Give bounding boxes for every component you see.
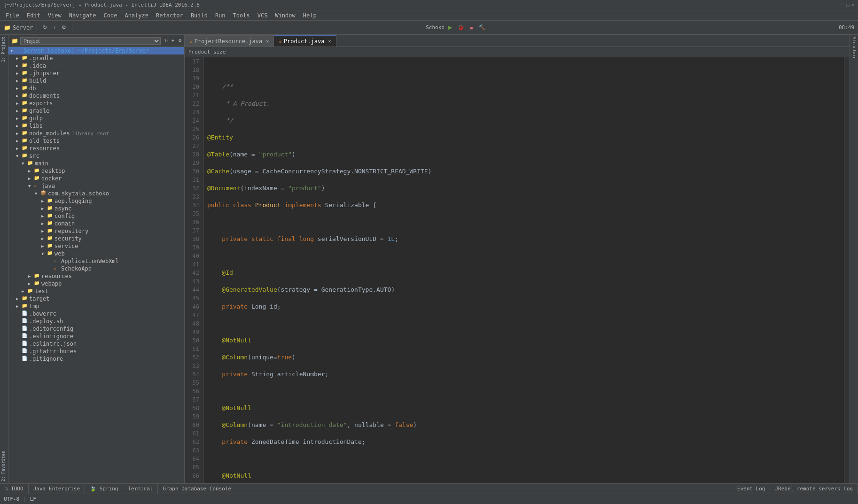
toolbar-debug-btn[interactable]: 🐞 (456, 23, 466, 31)
menu-vcs[interactable]: VCS (254, 10, 272, 21)
menu-help[interactable]: Help (299, 10, 320, 21)
code-content[interactable]: /** * A Product. */ @Entity @Table(name … (203, 57, 844, 483)
menu-build[interactable]: Build (187, 10, 211, 21)
tree-item-gradle[interactable]: ▶ 📁 .gradle (8, 54, 184, 62)
bottom-tab-todo[interactable]: ☑ TODO (0, 484, 29, 494)
tree-item-gitattributes[interactable]: 📄 .gitattributes (8, 348, 184, 355)
root-folder-icon: 🖥 (16, 47, 23, 54)
bowerrc-icon: 📄 (22, 310, 28, 317)
tree-item-db[interactable]: ▶ 📁 db (8, 85, 184, 92)
tree-item-package[interactable]: ▼ 📦 com.skytala.schoko (8, 190, 184, 197)
menu-code[interactable]: Code (100, 10, 121, 21)
tree-item-schokoapp[interactable]: ☕ SchokoApp (8, 265, 184, 272)
tree-item-java[interactable]: ▼ ☕ java (8, 182, 184, 190)
tree-item-main[interactable]: ▼ 📁 main (8, 160, 184, 167)
tree-item-libs[interactable]: ▶ 📁 libs (8, 122, 184, 130)
tab-java-icon-2: ☕ (279, 38, 282, 44)
eslintignore-label: .eslintignore (29, 333, 73, 340)
tab-project-resource[interactable]: ☕ ProjectResource.java ✕ (185, 35, 274, 47)
tree-item-web[interactable]: ▼ 📁 web (8, 250, 184, 257)
tree-item-idea[interactable]: ▶ 📁 .idea (8, 62, 184, 70)
tree-item-test[interactable]: ▶ 📁 test (8, 287, 184, 295)
tree-item-old-tests[interactable]: ▶ 📁 old_tests (8, 137, 184, 145)
tree-item-node-modules[interactable]: ▶ 📁 node_modules library root (8, 130, 184, 137)
ln-59: 59 (188, 412, 199, 421)
tree-item-resources2[interactable]: ▶ 📁 resources (8, 272, 184, 280)
tree-item-config[interactable]: ▶ 📁 config (8, 212, 184, 220)
bottom-tab-terminal[interactable]: Terminal (123, 484, 158, 494)
tree-item-gulp[interactable]: ▶ 📁 gulp (8, 115, 184, 122)
tree-item-eslintrc[interactable]: 📄 .eslintrc.json (8, 340, 184, 348)
menu-tools[interactable]: Tools (229, 10, 254, 21)
bottom-tab-jrebel[interactable]: JRebel remote servers log (770, 484, 858, 494)
tree-item-bowerrc[interactable]: 📄 .bowerrc (8, 310, 184, 318)
vtab-right-1[interactable]: Structure (851, 35, 858, 62)
tree-item-build[interactable]: ▶ 📁 build (8, 77, 184, 85)
ln-37: 37 (188, 226, 199, 235)
toolbar-settings-btn[interactable]: ⚙ (60, 23, 68, 31)
tree-item-service[interactable]: ▶ 📁 service (8, 242, 184, 250)
tree-item-src[interactable]: ▼ 📁 src (8, 152, 184, 160)
tab-close-1[interactable]: ✕ (266, 39, 269, 44)
menu-run[interactable]: Run (211, 10, 229, 21)
add-icon[interactable]: + (172, 38, 175, 44)
vtab-project[interactable]: 1: Project (0, 35, 8, 64)
tree-item-exports[interactable]: ▶ 📁 exports (8, 100, 184, 107)
tree-root[interactable]: ▼ 🖥 Server [schoko] ~/Projects/Erp/Serve… (8, 47, 184, 54)
tree-item-aop[interactable]: ▶ 📁 aop.logging (8, 197, 184, 205)
bottom-tab-graph-db[interactable]: Graph Database Console (158, 484, 236, 494)
vtab-favorites[interactable]: 2: Favorites (0, 449, 8, 483)
settings-icon[interactable]: ⚙ (178, 38, 181, 44)
code-editor[interactable]: 17 18 19 20 21 22 23 24 25 26 27 28 29 3… (185, 57, 850, 483)
tree-item-domain[interactable]: ▶ 📁 domain (8, 220, 184, 227)
bottom-tab-spring[interactable]: 🍃 Spring (85, 484, 123, 494)
menu-view[interactable]: View (44, 10, 65, 21)
toolbar-stop-btn[interactable]: ■ (468, 24, 475, 31)
toolbar-sync-btn[interactable]: ↻ (41, 23, 49, 31)
tree-item-async[interactable]: ▶ 📁 async (8, 205, 184, 212)
code-36 (207, 387, 844, 395)
tree-item-appwebxml[interactable]: ☕ ApplicationWebXml (8, 257, 184, 265)
menu-analyze[interactable]: Analyze (121, 10, 152, 21)
toolbar-build-btn[interactable]: 🔨 (477, 23, 487, 31)
menu-file[interactable]: File (2, 10, 23, 21)
project-selector[interactable]: Project (20, 37, 161, 45)
menu-edit[interactable]: Edit (23, 10, 44, 21)
tab-close-2[interactable]: ✕ (328, 39, 331, 44)
tree-item-tmp[interactable]: ▶ 📁 tmp (8, 302, 184, 310)
menu-navigate[interactable]: Navigate (65, 10, 100, 21)
tree-item-editorconfig[interactable]: 📄 .editorconfig (8, 325, 184, 333)
tree-item-gradle2[interactable]: ▶ 📁 gradle (8, 107, 184, 115)
code-34: @Column(unique=true) (207, 353, 844, 362)
bottom-tab-event-log[interactable]: Event Log (733, 484, 771, 494)
tree-item-documents[interactable]: ▶ 📁 documents (8, 92, 184, 100)
ln-47: 47 (188, 311, 199, 319)
toolbar-add-btn[interactable]: + (51, 24, 57, 31)
line-numbers: 17 18 19 20 21 22 23 24 25 26 27 28 29 3… (185, 57, 203, 483)
sync-icon[interactable]: ↻ (164, 38, 168, 44)
tree-item-repository[interactable]: ▶ 📁 repository (8, 227, 184, 235)
tab-product[interactable]: ☕ Product.java ✕ (274, 35, 336, 47)
menu-refactor[interactable]: Refactor (152, 10, 187, 21)
tree-item-eslintignore[interactable]: 📄 .eslintignore (8, 333, 184, 340)
resources-folder-icon: 📁 (22, 145, 28, 152)
tree-item-desktop[interactable]: ▶ 📁 desktop (8, 167, 184, 175)
tree-item-resources[interactable]: ▶ 📁 resources (8, 145, 184, 152)
ln-58: 58 (188, 404, 199, 412)
toolbar-run-btn[interactable]: ▶ (446, 23, 454, 31)
tree-item-gitignore[interactable]: 📄 .gitignore (8, 355, 184, 363)
ln-53: 53 (188, 362, 199, 370)
tree-item-jhipster[interactable]: ▶ 📁 .jhipster (8, 70, 184, 77)
tree-item-security[interactable]: ▶ 📁 security (8, 235, 184, 242)
ln-51: 51 (188, 345, 199, 353)
bottom-tab-java-enterprise[interactable]: Java Enterprise (29, 484, 85, 494)
config-label: config (55, 213, 75, 219)
menu-window[interactable]: Window (271, 10, 299, 21)
tree-item-webapp[interactable]: ▶ 📁 webapp (8, 280, 184, 287)
domain-folder-icon: 📁 (47, 220, 54, 227)
tree-item-deploy[interactable]: 📄 .deploy.sh (8, 318, 184, 325)
project-tree: ▼ 🖥 Server [schoko] ~/Projects/Erp/Serve… (8, 47, 184, 483)
tree-item-target[interactable]: ▶ 📁 target (8, 295, 184, 302)
deploy-icon: 📄 (22, 318, 28, 325)
tree-item-docker[interactable]: ▶ 📁 docker (8, 175, 184, 182)
